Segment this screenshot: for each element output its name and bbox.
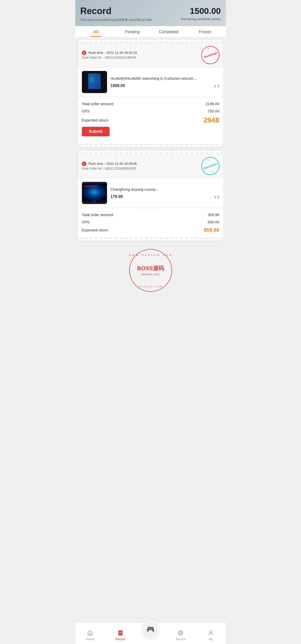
order-badge-2: 7	[82, 162, 86, 166]
total-label-1: Total order amount	[82, 102, 113, 106]
nav-service[interactable]: Service	[165, 629, 196, 642]
return-value-1: 2948	[204, 116, 219, 124]
status-text-2: success	[204, 162, 217, 170]
header-subtitle: This data is provided by自动抢单 maxOfficial…	[80, 18, 152, 22]
cps-row-2: CPS 500.00	[82, 218, 219, 226]
svg-rect-8	[92, 201, 96, 202]
stamp-edge-bottom-1	[78, 144, 223, 147]
orders-list: 6 Rush time：2021-11-30 18:31:19 Grab Ord…	[75, 37, 226, 248]
product-image-1	[82, 71, 107, 93]
cps-value-2: 500.00	[208, 220, 219, 224]
stamp-edge-bottom-2	[78, 237, 223, 240]
product-qty-1: x 2	[214, 84, 219, 88]
balance-amount: 1500.00	[181, 6, 221, 16]
order-card-2: 7 Rush time：2021-11-30 18:29:06 Grab Ord…	[78, 151, 223, 240]
tab-all[interactable]: All	[78, 26, 114, 37]
svg-rect-11	[119, 632, 122, 632]
home-icon	[87, 630, 93, 637]
product-price-row-1: 1099.00 x 2	[111, 84, 219, 88]
watermark-circle: w w w . b o s s y m . c o m BOSS源码 bossy…	[129, 249, 172, 292]
total-value-1: 2198.00	[206, 102, 219, 106]
nav-record[interactable]: Record	[105, 629, 136, 642]
status-stamp-1: ✦ ✦ Pending	[198, 44, 222, 67]
submit-button-1[interactable]: Submit	[82, 127, 110, 136]
rush-time-row-1: 6 Rush time：2021-11-30 18:31:19	[82, 50, 201, 55]
grab-order-1: Grab Order No：UB2111301831196403	[82, 56, 201, 60]
return-row-1: Expected return 2948	[82, 115, 219, 126]
home-label: Home	[86, 637, 94, 641]
grab-order-2: Grab Order No：UB2111301829063335	[82, 167, 201, 171]
stamp-edge-top-1	[78, 40, 223, 43]
status-stamp-2: ✦ ✦ ✦ ✦ success	[198, 154, 222, 178]
stamp-star-top-2: ✦	[207, 158, 209, 161]
record-label: Record	[116, 637, 125, 641]
svg-point-14	[178, 631, 183, 635]
cps-row-1: CPS 750.00	[82, 107, 219, 115]
product-price-2: 179.99	[111, 194, 123, 199]
stamp-edge-top-2	[78, 151, 223, 154]
tab-bar: All Pending Completed Frozen	[75, 26, 226, 37]
svg-rect-3	[92, 72, 97, 73]
product-image-2: CHANGHONG	[82, 182, 107, 204]
return-value-2: 859.98	[204, 227, 219, 233]
svg-point-18	[210, 631, 212, 633]
product-qty-2: x 2	[214, 195, 219, 199]
cps-label-2: CPS	[82, 220, 90, 224]
nav-my[interactable]: My	[196, 629, 226, 642]
watermark-line1: BOSS源码	[137, 265, 164, 271]
bottom-navigation: Home Record 🎮 Service	[75, 623, 226, 644]
svg-rect-13	[119, 634, 121, 634]
order-card-1: 6 Rush time：2021-11-30 18:31:19 Grab Ord…	[78, 40, 223, 147]
my-icon	[208, 630, 214, 637]
nav-home[interactable]: Home	[75, 629, 106, 642]
service-icon	[178, 630, 184, 637]
rush-time-row-2: 7 Rush time：2021-11-30 18:29:06	[82, 161, 201, 166]
svg-rect-2	[88, 73, 101, 89]
order-badge-1: 6	[82, 51, 86, 55]
center-icon: 🎮	[146, 625, 154, 633]
stamp-star-top-1: ✦	[207, 48, 209, 50]
product-section-1: HUAWEI/HUAWEI swimming in 9 phones netco…	[78, 67, 223, 97]
return-label-2: Expected return	[82, 228, 109, 232]
total-row-1: Total order amount 2198.00	[82, 100, 219, 107]
product-name-2: Changhong anyang county...	[111, 187, 219, 192]
watermark-url-top: w w w . b o s s y m . c o m	[129, 254, 172, 256]
product-info-1: HUAWEI/HUAWEI swimming in 9 phones netco…	[111, 76, 219, 88]
return-label-1: Expected return	[82, 118, 109, 122]
total-label-2: Total order amount	[82, 213, 113, 217]
service-label: Service	[176, 637, 186, 641]
watermark-main-text: BOSS源码	[137, 265, 164, 272]
svg-text:CHANGHONG: CHANGHONG	[84, 185, 97, 187]
svg-point-15	[180, 631, 182, 635]
tab-frozen[interactable]: Frozen	[187, 26, 223, 37]
rush-time-1: Rush time：2021-11-30 18:31:19	[88, 51, 137, 55]
order-header-1: 6 Rush time：2021-11-30 18:31:19 Grab Ord…	[78, 43, 223, 67]
watermark-overlay: w w w . b o s s y m . c o m BOSS源码 bossy…	[129, 249, 172, 292]
svg-rect-12	[119, 633, 122, 633]
balance-label: Remaining available assets	[181, 17, 221, 21]
my-label: My	[209, 637, 213, 641]
submit-area-1: Submit	[82, 126, 219, 141]
tab-completed[interactable]: Completed	[151, 26, 187, 37]
nav-center[interactable]: 🎮	[136, 620, 166, 638]
total-row-2: Total order amount 359.98	[82, 211, 219, 218]
product-price-row-2: 179.99 x 2	[111, 194, 219, 199]
cps-label-1: CPS	[82, 109, 90, 113]
cps-value-1: 750.00	[208, 109, 219, 113]
status-text-1: Pending	[204, 51, 217, 59]
total-value-2: 359.98	[208, 213, 219, 217]
order-details-1: Total order amount 2198.00 CPS 750.00 Ex…	[78, 97, 223, 144]
order-header-2: 7 Rush time：2021-11-30 18:29:06 Grab Ord…	[78, 154, 223, 178]
order-meta-2: 7 Rush time：2021-11-30 18:29:06 Grab Ord…	[82, 161, 201, 171]
header-right: 1500.00 Remaining available assets	[181, 6, 221, 21]
order-meta-1: 6 Rush time：2021-11-30 18:31:19 Grab Ord…	[82, 50, 201, 60]
center-bubble: 🎮	[142, 620, 159, 638]
record-icon	[117, 630, 123, 637]
watermark-sub: bossym.com	[142, 273, 160, 276]
return-row-2: Expected return 859.98	[82, 226, 219, 234]
tab-pending[interactable]: Pending	[114, 26, 151, 37]
page-title: Record	[80, 6, 152, 16]
rush-time-2: Rush time：2021-11-30 18:29:06	[88, 162, 137, 166]
product-name-1: HUAWEI/HUAWEI swimming in 9 phones netco…	[111, 76, 219, 81]
svg-rect-9	[89, 633, 91, 635]
